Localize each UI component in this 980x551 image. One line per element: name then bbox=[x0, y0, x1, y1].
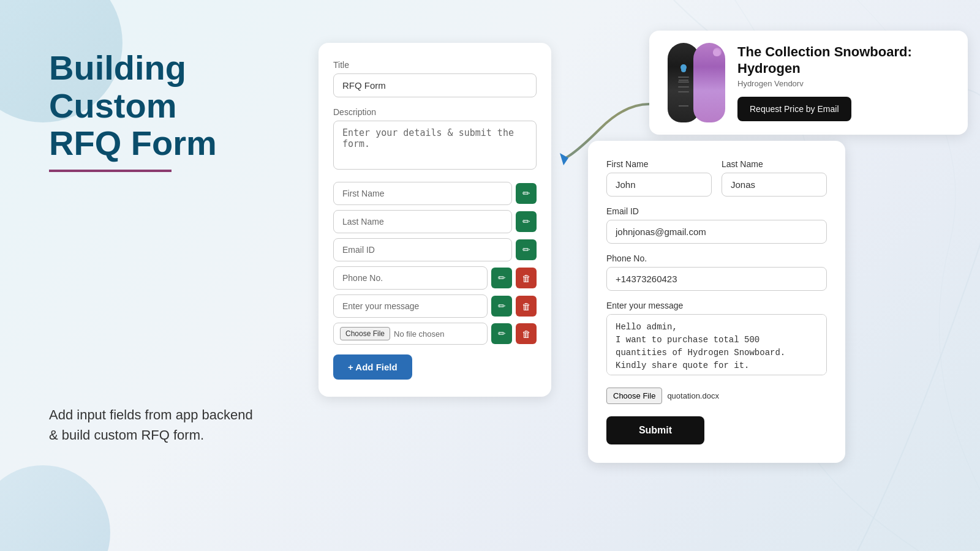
preview-email-input[interactable] bbox=[606, 220, 827, 244]
request-price-button[interactable]: Request Price by Email bbox=[737, 97, 851, 121]
product-vendor: Hydrogen Vendorv bbox=[737, 79, 949, 88]
field-phone-delete[interactable]: 🗑 bbox=[516, 268, 537, 288]
preview-firstname-group: First Name bbox=[606, 159, 712, 197]
add-field-button[interactable]: + Add Field bbox=[333, 354, 412, 380]
field-row-file: Choose File No file chosen ✏ 🗑 bbox=[333, 323, 537, 345]
field-phone-edit[interactable]: ✏ bbox=[491, 268, 512, 288]
field-row-phone: ✏ 🗑 bbox=[333, 266, 537, 290]
form-title-input[interactable] bbox=[333, 73, 537, 97]
field-email-edit[interactable]: ✏ bbox=[516, 239, 537, 260]
field-message-input[interactable] bbox=[333, 294, 488, 318]
trash-icon: 🗑 bbox=[522, 273, 531, 283]
left-section: Building Custom RFQ Form Add input field… bbox=[49, 37, 282, 445]
pencil-icon: ✏ bbox=[498, 272, 506, 283]
preview-email-group: Email ID bbox=[606, 206, 827, 244]
preview-phone-group: Phone No. bbox=[606, 253, 827, 291]
preview-file-row: Choose File quotation.docx bbox=[606, 388, 827, 404]
file-field-wrapper: Choose File No file chosen bbox=[333, 323, 488, 345]
field-row-email: ✏ bbox=[333, 238, 537, 261]
right-section: The Collection Snowboard: Hydrogen Hydro… bbox=[588, 31, 968, 463]
preview-lastname-group: Last Name bbox=[722, 159, 827, 197]
field-email-input[interactable] bbox=[333, 238, 512, 261]
preview-name-row: First Name Last Name bbox=[606, 159, 827, 197]
product-title: The Collection Snowboard: Hydrogen bbox=[737, 44, 949, 77]
product-card: The Collection Snowboard: Hydrogen Hydro… bbox=[649, 31, 968, 135]
field-message-delete[interactable]: 🗑 bbox=[516, 296, 537, 317]
title-label: Title bbox=[333, 60, 537, 70]
field-file-delete[interactable]: 🗑 bbox=[516, 323, 537, 344]
preview-message-label: Enter your message bbox=[606, 301, 827, 310]
pencil-icon: ✏ bbox=[522, 216, 530, 227]
preview-submit-button[interactable]: Submit bbox=[606, 416, 704, 444]
pencil-icon: ✏ bbox=[522, 244, 530, 255]
builder-form-card: Title Description Enter your details & s… bbox=[318, 43, 551, 397]
field-firstname-edit[interactable]: ✏ bbox=[516, 183, 537, 204]
field-row-firstname: ✏ bbox=[333, 182, 537, 205]
file-choose-button[interactable]: Choose File bbox=[340, 327, 390, 340]
field-row-message: ✏ 🗑 bbox=[333, 294, 537, 318]
product-info: The Collection Snowboard: Hydrogen Hydro… bbox=[737, 44, 949, 121]
preview-firstname-label: First Name bbox=[606, 159, 712, 169]
preview-phone-label: Phone No. bbox=[606, 253, 827, 263]
preview-message-group: Enter your message Hello admin, I want t… bbox=[606, 301, 827, 378]
svg-marker-0 bbox=[560, 153, 568, 165]
page-subtitle: Add input fields from app backend& build… bbox=[49, 405, 282, 445]
field-phone-input[interactable] bbox=[333, 266, 488, 290]
preview-file-name: quotation.docx bbox=[667, 391, 719, 400]
preview-phone-input[interactable] bbox=[606, 267, 827, 291]
trash-icon: 🗑 bbox=[522, 301, 531, 312]
product-images bbox=[668, 43, 725, 122]
pencil-icon: ✏ bbox=[498, 328, 506, 339]
page-title: Building Custom RFQ Form bbox=[49, 49, 282, 162]
page-content: Building Custom RFQ Form Add input field… bbox=[0, 0, 980, 551]
preview-firstname-input[interactable] bbox=[606, 173, 712, 197]
field-message-edit[interactable]: ✏ bbox=[491, 296, 512, 317]
description-label: Description bbox=[333, 107, 537, 117]
preview-lastname-input[interactable] bbox=[722, 173, 827, 197]
rfq-preview-card: First Name Last Name Email ID Phone No. … bbox=[588, 141, 845, 463]
pencil-icon: ✏ bbox=[522, 188, 530, 199]
field-file-edit[interactable]: ✏ bbox=[491, 323, 512, 344]
preview-message-textarea[interactable]: Hello admin, I want to purchase total 50… bbox=[606, 314, 827, 375]
pencil-icon: ✏ bbox=[498, 301, 506, 312]
preview-email-label: Email ID bbox=[606, 206, 827, 216]
snowboard-purple-img bbox=[693, 43, 725, 122]
trash-icon: 🗑 bbox=[522, 329, 531, 339]
file-no-chosen-text: No file chosen bbox=[394, 329, 444, 339]
field-firstname-input[interactable] bbox=[333, 182, 512, 205]
form-description-input[interactable]: Enter your details & submit the form. bbox=[333, 121, 537, 170]
field-row-lastname: ✏ bbox=[333, 210, 537, 233]
title-underline bbox=[49, 170, 172, 172]
preview-file-choose-button[interactable]: Choose File bbox=[606, 388, 662, 404]
field-lastname-input[interactable] bbox=[333, 210, 512, 233]
field-lastname-edit[interactable]: ✏ bbox=[516, 211, 537, 232]
preview-lastname-label: Last Name bbox=[722, 159, 827, 169]
